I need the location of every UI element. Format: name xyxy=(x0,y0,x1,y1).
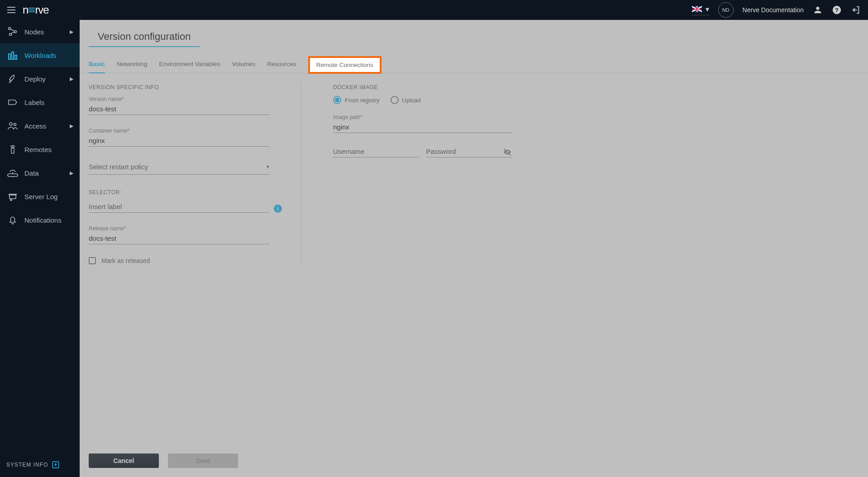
checkbox-icon xyxy=(89,257,96,264)
mark-released-checkbox[interactable]: Mark as released xyxy=(89,257,269,264)
sidebar-item-notifications[interactable]: Notifications xyxy=(0,208,80,232)
avatar-initials: ND xyxy=(722,7,730,13)
sidebar-item-serverlog[interactable]: Server Log xyxy=(0,185,80,208)
restart-policy-placeholder: Select restart policy xyxy=(89,163,148,171)
chevron-right-icon: ▶ xyxy=(70,29,73,35)
tab-remote-connections[interactable]: Remote Connections xyxy=(308,56,382,74)
username-input[interactable] xyxy=(333,146,419,157)
visibility-off-icon[interactable] xyxy=(503,148,512,157)
tab-resources[interactable]: Resources xyxy=(267,56,296,73)
version-name-label: Version name* xyxy=(89,96,269,102)
selector-input[interactable] xyxy=(89,201,269,213)
logo: n≡rve xyxy=(23,4,49,16)
restart-policy-select[interactable]: Select restart policy ▾ xyxy=(89,159,269,175)
tabs: Basic Networking Environment Variables V… xyxy=(80,47,868,73)
main-content: Version configuration Basic Networking E… xyxy=(80,20,868,477)
page-title: Version configuration xyxy=(89,20,200,47)
sidebar-item-label: Labels xyxy=(24,99,73,106)
svg-point-9 xyxy=(14,124,16,126)
radio-upload-label: Upload xyxy=(402,97,421,104)
image-path-input[interactable] xyxy=(333,121,512,133)
release-name-input[interactable] xyxy=(89,233,269,244)
data-icon xyxy=(6,167,19,179)
release-name-label: Release name* xyxy=(89,225,269,232)
section-version-info: VERSION SPECIFIC INFO xyxy=(89,84,269,91)
svg-rect-6 xyxy=(12,52,14,59)
user-icon[interactable] xyxy=(813,5,823,15)
radio-selected-icon xyxy=(333,96,341,104)
system-info-label: SYSTEM INFO xyxy=(6,462,48,468)
labels-icon xyxy=(6,96,19,109)
sidebar-item-data[interactable]: Data ▶ xyxy=(0,161,80,185)
svg-rect-7 xyxy=(15,55,17,59)
deploy-icon xyxy=(6,72,19,85)
sidebar-item-remotes[interactable]: Remotes xyxy=(0,138,80,161)
tab-environment-variables[interactable]: Environment Variables xyxy=(159,56,220,73)
nodes-icon xyxy=(6,25,19,38)
sidebar-item-label: Notifications xyxy=(24,216,73,224)
notifications-icon xyxy=(6,214,19,226)
sidebar-item-label: Server Log xyxy=(24,193,73,200)
chevron-right-icon: ▶ xyxy=(70,76,73,82)
radio-registry-label: From registry xyxy=(345,97,380,104)
chevron-down-icon: ▾ xyxy=(706,5,709,14)
flag-uk-icon xyxy=(692,6,702,12)
workloads-icon xyxy=(6,49,19,62)
hamburger-menu-icon[interactable] xyxy=(7,7,15,13)
system-info-button[interactable]: SYSTEM INFO xyxy=(0,453,80,477)
download-icon xyxy=(52,461,60,469)
chevron-right-icon: ▶ xyxy=(70,170,73,176)
radio-upload[interactable]: Upload xyxy=(391,96,421,104)
chevron-down-icon: ▾ xyxy=(267,164,269,170)
version-name-input[interactable] xyxy=(89,103,269,115)
sidebar-item-nodes[interactable]: Nodes ▶ xyxy=(0,20,80,43)
container-name-input[interactable] xyxy=(89,135,269,147)
top-header: n≡rve ▾ ND Nerve Documentation ? xyxy=(0,0,868,20)
documentation-link[interactable]: Nerve Documentation xyxy=(743,6,804,14)
svg-rect-10 xyxy=(11,148,14,153)
avatar[interactable]: ND xyxy=(718,2,734,18)
tab-networking[interactable]: Networking xyxy=(117,56,148,73)
sidebar-item-label: Workloads xyxy=(24,52,73,59)
sidebar-item-label: Data xyxy=(24,169,70,177)
mark-released-label: Mark as released xyxy=(101,257,150,264)
help-icon[interactable]: ? xyxy=(832,5,842,15)
svg-text:?: ? xyxy=(835,7,839,14)
sidebar: Nodes ▶ Workloads Deploy ▶ Labels Access… xyxy=(0,20,80,477)
sidebar-item-label: Remotes xyxy=(24,146,73,153)
save-button[interactable]: Save xyxy=(168,453,238,468)
sidebar-item-label: Deploy xyxy=(24,75,70,83)
sidebar-item-labels[interactable]: Labels xyxy=(0,91,80,114)
sidebar-item-label: Access xyxy=(24,122,70,130)
radio-unselected-icon xyxy=(391,96,399,104)
info-icon[interactable]: i xyxy=(274,205,282,213)
sidebar-item-label: Nodes xyxy=(24,28,70,36)
logout-icon[interactable] xyxy=(851,5,861,15)
radio-from-registry[interactable]: From registry xyxy=(333,96,380,104)
sidebar-item-access[interactable]: Access ▶ xyxy=(0,114,80,138)
sidebar-item-deploy[interactable]: Deploy ▶ xyxy=(0,67,80,91)
svg-rect-5 xyxy=(9,54,10,59)
section-docker-image: DOCKER IMAGE xyxy=(333,84,512,91)
access-icon xyxy=(6,119,19,132)
container-name-label: Container name* xyxy=(89,128,269,134)
sidebar-item-workloads[interactable]: Workloads xyxy=(0,43,80,67)
tab-volumes[interactable]: Volumes xyxy=(232,56,255,73)
selector-label: SELECTOR: xyxy=(89,189,269,196)
tab-basic[interactable]: Basic xyxy=(89,56,105,73)
serverlog-icon xyxy=(6,190,19,203)
svg-point-8 xyxy=(10,123,12,125)
remotes-icon xyxy=(6,143,19,156)
chevron-right-icon: ▶ xyxy=(70,123,73,129)
password-input[interactable] xyxy=(426,146,512,157)
image-path-label: Image path* xyxy=(333,114,512,120)
language-selector[interactable]: ▾ xyxy=(692,5,709,15)
cancel-button[interactable]: Cancel xyxy=(89,453,159,468)
